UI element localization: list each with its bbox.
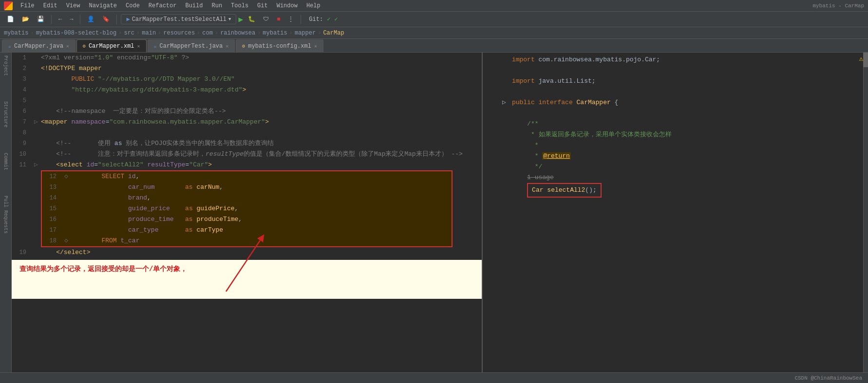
menu-window[interactable]: Window — [273, 1, 302, 10]
menu-navigate[interactable]: Navigate — [85, 1, 121, 10]
java-gutter-comment3 — [502, 140, 512, 151]
menu-run[interactable]: Run — [208, 1, 226, 10]
java-line-blank3 — [483, 108, 868, 119]
java-icon-2: ☕ — [154, 43, 157, 49]
java-gutter-comment2 — [502, 129, 512, 140]
git-label: Git: — [309, 16, 323, 23]
line-content-12: SELECT id, — [71, 171, 452, 182]
tab-close-3[interactable]: ✕ — [226, 43, 228, 49]
toolbar-new[interactable]: 📄 — [4, 15, 17, 24]
java-content-blank1 — [512, 65, 868, 76]
java-gutter-import1 — [502, 55, 512, 65]
java-linenum-import1 — [483, 55, 502, 65]
breadcrumb-mybatis2[interactable]: mybatis — [263, 30, 287, 36]
toolbar-forward[interactable]: → — [67, 15, 76, 24]
menu-file[interactable]: File — [17, 1, 38, 10]
menu-view[interactable]: View — [62, 1, 84, 10]
pull-requests-icon[interactable]: Pull Requests — [2, 195, 9, 235]
toolbar-open[interactable]: 📂 — [19, 15, 32, 24]
breadcrumb-mapper[interactable]: mapper — [295, 30, 316, 36]
stop-button[interactable]: ■ — [274, 15, 283, 24]
java-content-comment4: * @return — [512, 151, 868, 162]
run-config-dropdown[interactable]: ▼ — [228, 17, 231, 22]
line-content-5 — [41, 95, 482, 106]
java-content-blank2 — [512, 87, 868, 97]
toolbar-more[interactable]: ⋮ — [285, 15, 297, 24]
tab-carmappertest-java[interactable]: ☕ CarMapperTest.java ✕ — [148, 39, 235, 52]
java-linenum-comment1 — [483, 119, 502, 129]
line-content-15: guide_price as guidePrice, — [71, 203, 452, 214]
annotation-text: 查询结果为多个记录，返回接受的却是一个/单个对象， — [19, 265, 187, 273]
menu-refactor[interactable]: Refactor — [145, 1, 181, 10]
line-content-3: PUBLIC "-//mybatis.org//DTD Mapper 3.0//… — [41, 74, 482, 85]
java-line-usage: 1 usage — [483, 172, 868, 183]
tab-carmapper-java[interactable]: ☕ CarMapper.java ✕ — [2, 39, 75, 52]
breadcrumb-com[interactable]: com — [202, 30, 213, 36]
java-gutter-interface: ▷ — [502, 97, 512, 108]
status-bar: CSDN @ChinaRainbowSea — [0, 372, 868, 383]
breadcrumb-src[interactable]: src — [124, 30, 134, 36]
menu-code[interactable]: Code — [122, 1, 144, 10]
java-linenum-blank4 — [483, 198, 502, 208]
toolbar-bookmark[interactable]: 🔖 — [99, 15, 113, 24]
menu-tools[interactable]: Tools — [227, 1, 252, 10]
breadcrumb-mybatis[interactable]: mybatis — [4, 30, 28, 36]
java-linenum-blank3 — [483, 108, 502, 119]
xml-code-editor[interactable]: 1 <?xml version="1.0" encoding="UTF-8" ?… — [12, 53, 482, 383]
tab-close-4[interactable]: ✕ — [314, 43, 317, 49]
code-line-3: 3 PUBLIC "-//mybatis.org//DTD Mapper 3.0… — [12, 74, 482, 85]
toolbar-back[interactable]: ← — [56, 15, 65, 24]
menu-help[interactable]: Help — [302, 1, 324, 10]
line-num-3: 3 — [12, 74, 31, 85]
run-with-coverage[interactable]: 🛡 — [260, 15, 272, 24]
tab-mybatis-config-xml[interactable]: ⚙ mybatis-config.xml ✕ — [236, 39, 323, 52]
java-gutter-import2 — [502, 76, 512, 87]
code-line-8: 8 — [12, 128, 482, 138]
java-content-blank4 — [512, 198, 868, 208]
java-gutter-blank3 — [502, 108, 512, 119]
java-line-comment3: * — [483, 140, 868, 151]
java-line-blank4 — [483, 198, 868, 208]
gutter-11: ▷ — [31, 160, 41, 170]
debug-button[interactable]: 🐛 — [245, 15, 258, 24]
project-panel-icon[interactable]: Project — [2, 55, 9, 77]
java-code-editor[interactable]: ⚠ import com.rainbowsea.mybatis.pojo.Car… — [483, 53, 868, 383]
breadcrumb-resources[interactable]: resources — [163, 30, 195, 36]
breadcrumb-file[interactable]: CarMap — [323, 30, 344, 36]
line-content-13: car_num as carNum, — [71, 182, 452, 193]
java-line-comment5: */ — [483, 162, 868, 172]
java-line-comment1: /** — [483, 119, 868, 129]
toolbar-user[interactable]: 👤 — [84, 15, 97, 24]
code-line-2: 2 <!DOCTYPE mapper — [12, 63, 482, 74]
java-linenum-interface — [483, 97, 502, 108]
tab-label-1: CarMapper.java — [14, 43, 63, 50]
breadcrumb-module[interactable]: mybatis-008-select-blog — [36, 30, 117, 36]
structure-panel-icon[interactable]: Structure — [2, 100, 9, 128]
java-content-blank3 — [512, 108, 868, 119]
editor-area: 1 <?xml version="1.0" encoding="UTF-8" ?… — [12, 53, 868, 383]
breadcrumb-rainbowsea[interactable]: rainbowsea — [220, 30, 255, 36]
line-num-2: 2 — [12, 63, 31, 74]
java-line-comment2: * 如果返回多条记录，采用单个实体类接收会怎样 — [483, 129, 868, 140]
line-num-18: 18 — [42, 236, 61, 246]
line-num-10: 10 — [12, 149, 31, 160]
code-line-10: 10 <!-- 注意：对于查询结果返回多条记录时，resultType的值是（集… — [12, 149, 482, 160]
java-gutter-blank1 — [502, 65, 512, 76]
java-linenum-comment2 — [483, 129, 502, 140]
breadcrumb-main[interactable]: main — [142, 30, 156, 36]
tab-close-2[interactable]: ✕ — [137, 43, 140, 49]
menu-build[interactable]: Build — [181, 1, 207, 10]
toolbar-save[interactable]: 💾 — [34, 15, 47, 24]
menu-git[interactable]: Git — [253, 1, 272, 10]
run-config-selector[interactable]: ▶ CarMapperTest.testSelectAll ▼ — [121, 14, 236, 24]
menu-edit[interactable]: Edit — [39, 1, 61, 10]
xml-icon-2: ⚙ — [242, 43, 245, 49]
git-check-2: ✓ — [334, 16, 338, 23]
commit-panel-icon[interactable]: Commit — [2, 152, 9, 171]
right-scrollbar[interactable] — [863, 53, 868, 383]
tab-carmapper-xml[interactable]: ⚙ CarMapper.xml ✕ — [76, 39, 147, 52]
warning-icon: ⚠ — [859, 55, 863, 63]
java-gutter-usage — [502, 172, 512, 183]
run-button[interactable]: ▶ — [238, 15, 243, 24]
tab-close-1[interactable]: ✕ — [66, 43, 69, 49]
